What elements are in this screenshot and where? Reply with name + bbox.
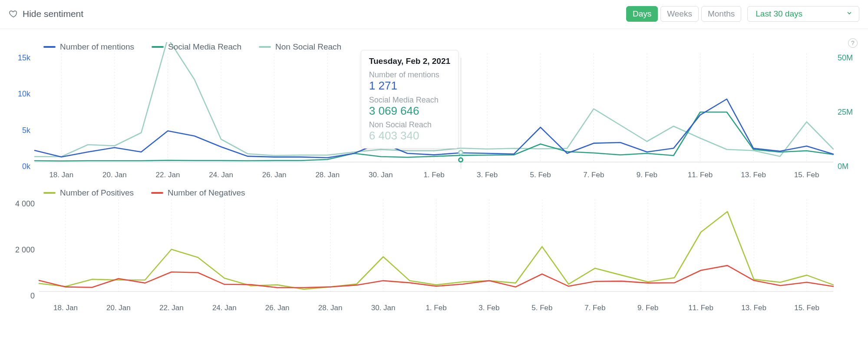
x-tick: 30. Jan — [369, 171, 393, 179]
tooltip-date: Tuesday, Feb 2, 2021 — [369, 56, 450, 66]
x-tick: 11. Feb — [688, 304, 713, 312]
x-tick: 26. Jan — [262, 171, 287, 179]
y-tick-right: 25M — [838, 108, 853, 117]
tab-months[interactable]: Months — [701, 6, 741, 22]
date-range-label: Last 30 days — [756, 9, 802, 19]
y-tick-left: 10k — [18, 89, 30, 99]
tab-weeks[interactable]: Weeks — [660, 6, 699, 22]
chevron-down-icon — [846, 9, 853, 19]
x-tick: 13. Feb — [741, 171, 766, 179]
x-tick: 30. Jan — [371, 304, 396, 312]
x-tick: 20. Jan — [102, 171, 127, 179]
x-tick: 3. Feb — [479, 304, 499, 312]
mentions-reach-chart: Number of mentions Social Media Reach No… — [9, 42, 859, 181]
y-tick-left: 5k — [22, 126, 30, 135]
tooltip-social-value: 3 069 646 — [369, 105, 450, 117]
tooltip-nonsocial-value: 6 403 340 — [369, 129, 450, 142]
x-tick: 26. Jan — [265, 304, 290, 312]
x-tick: 1. Feb — [423, 171, 444, 179]
x-tick: 18. Jan — [49, 171, 73, 179]
y-tick-left: 0k — [22, 162, 30, 171]
x-tick: 28. Jan — [315, 171, 340, 179]
x-tick: 11. Feb — [688, 171, 713, 179]
x-tick: 18. Jan — [53, 304, 78, 312]
legend-nonsocial[interactable]: Non Social Reach — [259, 42, 341, 52]
x-tick: 24. Jan — [212, 304, 237, 312]
granularity-tabs: Days Weeks Months — [626, 6, 741, 22]
x-tick: 15. Feb — [794, 304, 819, 312]
x-tick: 28. Jan — [318, 304, 343, 312]
x-tick: 20. Jan — [106, 304, 131, 312]
x-tick: 5. Feb — [530, 171, 551, 179]
legend-positives[interactable]: Number of Positives — [43, 188, 134, 198]
sentiment-chart: Number of Positives Number of Negatives … — [9, 188, 859, 314]
x-tick: 7. Feb — [584, 304, 605, 312]
divider — [0, 29, 868, 29]
hide-sentiment-button[interactable]: Hide sentiment — [9, 9, 83, 19]
chart-tooltip: Tuesday, Feb 2, 2021 Number of mentions … — [361, 50, 459, 149]
heart-icon — [9, 9, 18, 19]
x-tick: 13. Feb — [741, 304, 766, 312]
y-tick-right: 50M — [838, 53, 853, 63]
legend-mentions[interactable]: Number of mentions — [43, 42, 134, 52]
date-range-dropdown[interactable]: Last 30 days — [747, 6, 859, 22]
y-tick-left: 15k — [18, 53, 30, 63]
x-tick: 9. Feb — [637, 171, 657, 179]
x-tick: 1. Feb — [426, 304, 446, 312]
x-tick: 9. Feb — [637, 304, 658, 312]
x-tick: 5. Feb — [531, 304, 552, 312]
tooltip-mentions-value: 1 271 — [369, 80, 450, 92]
y-tick: 0 — [30, 292, 35, 301]
x-tick: 24. Jan — [209, 171, 233, 179]
y-tick: 2 000 — [15, 245, 35, 255]
y-tick: 4 000 — [15, 199, 35, 209]
x-tick: 15. Feb — [794, 171, 819, 179]
tab-days[interactable]: Days — [626, 6, 658, 22]
x-tick: 22. Jan — [159, 304, 184, 312]
legend-social[interactable]: Social Media Reach — [152, 42, 241, 52]
x-tick: 7. Feb — [583, 171, 604, 179]
legend-negatives[interactable]: Number of Negatives — [151, 188, 245, 198]
x-tick: 3. Feb — [477, 171, 498, 179]
y-tick-right: 0M — [838, 162, 848, 171]
x-tick: 22. Jan — [156, 171, 180, 179]
toolbar: Hide sentiment Days Weeks Months Last 30… — [9, 0, 859, 26]
hide-sentiment-label: Hide sentiment — [23, 9, 83, 19]
